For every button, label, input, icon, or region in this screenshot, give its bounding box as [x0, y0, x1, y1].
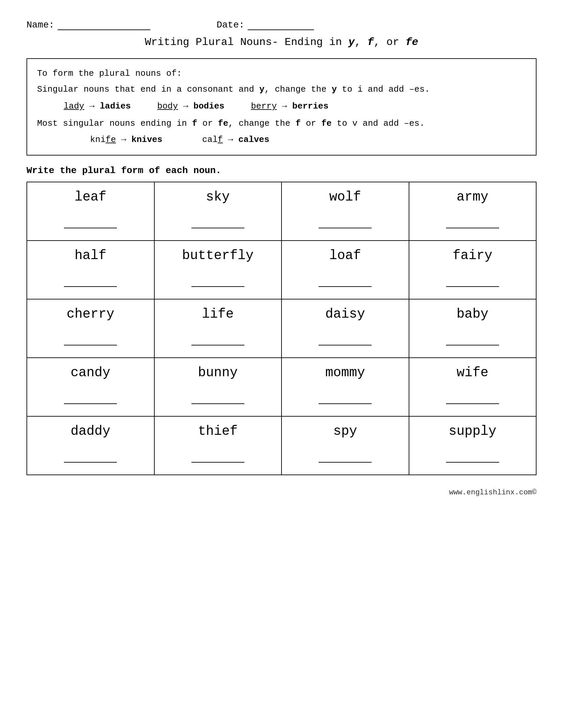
- noun-word: baby: [416, 307, 530, 322]
- table-cell: thief: [154, 416, 282, 475]
- noun-word: cherry: [34, 307, 147, 322]
- answer-line: [191, 220, 244, 228]
- table-cell: spy: [282, 416, 409, 475]
- answer-line: [319, 338, 372, 345]
- rules-box: To form the plural nouns of: Singular no…: [26, 58, 537, 156]
- table-cell: daisy: [282, 299, 409, 358]
- table-cell: daddy: [27, 416, 154, 475]
- name-field: Name:: [26, 20, 150, 30]
- rule-line3: Most singular nouns ending in f or fe, c…: [37, 117, 526, 131]
- noun-word: army: [416, 190, 530, 205]
- rule-line1: To form the plural nouns of:: [37, 67, 526, 81]
- table-cell: life: [154, 299, 282, 358]
- date-label: Date:: [216, 20, 244, 30]
- example1: lady → ladies: [64, 100, 131, 114]
- table-cell: leaf: [27, 182, 154, 241]
- noun-word: daisy: [289, 307, 402, 322]
- noun-word: supply: [416, 424, 530, 439]
- footer: www.englishlinx.com©: [26, 488, 537, 497]
- table-row: candybunnymommywife: [27, 358, 536, 416]
- noun-table: leafskywolfarmyhalfbutterflyloaffairyche…: [26, 182, 537, 475]
- answer-line: [446, 220, 499, 228]
- table-cell: butterfly: [154, 241, 282, 299]
- table-cell: fairy: [409, 241, 537, 299]
- answer-line: [319, 279, 372, 287]
- answer-line: [64, 396, 117, 404]
- example3: berry → berries: [251, 100, 329, 114]
- name-input-line: [58, 29, 150, 30]
- noun-word: half: [34, 248, 147, 263]
- noun-word: daddy: [34, 424, 147, 439]
- table-row: halfbutterflyloaffairy: [27, 241, 536, 299]
- title-italic-y: y: [349, 36, 355, 48]
- example4: knife → knives: [90, 133, 162, 147]
- rule-line2: Singular nouns that end in a consonant a…: [37, 83, 526, 97]
- answer-line: [319, 455, 372, 463]
- answer-line: [64, 455, 117, 463]
- table-cell: candy: [27, 358, 154, 416]
- table-row: cherrylifedaisybaby: [27, 299, 536, 358]
- header: Name: Date:: [26, 20, 537, 30]
- table-cell: army: [409, 182, 537, 241]
- answer-line: [64, 220, 117, 228]
- example5: calf → calves: [202, 133, 269, 147]
- table-cell: half: [27, 241, 154, 299]
- table-cell: baby: [409, 299, 537, 358]
- noun-word: wife: [416, 365, 530, 380]
- date-field: Date:: [216, 20, 314, 30]
- examples-row1: lady → ladies body → bodies berry → berr…: [64, 100, 526, 114]
- answer-line: [191, 338, 244, 345]
- noun-word: wolf: [289, 190, 402, 205]
- answer-line: [319, 220, 372, 228]
- instruction: Write the plural form of each noun.: [26, 165, 537, 176]
- noun-word: sky: [161, 190, 275, 205]
- example2: body → bodies: [157, 100, 224, 114]
- name-label: Name:: [26, 20, 54, 30]
- noun-word: life: [161, 307, 275, 322]
- answer-line: [446, 279, 499, 287]
- table-cell: wolf: [282, 182, 409, 241]
- table-cell: cherry: [27, 299, 154, 358]
- answer-line: [64, 338, 117, 345]
- noun-word: leaf: [34, 190, 147, 205]
- noun-word: bunny: [161, 365, 275, 380]
- table-cell: bunny: [154, 358, 282, 416]
- noun-word: fairy: [416, 248, 530, 263]
- noun-word: butterfly: [161, 248, 275, 263]
- table-cell: loaf: [282, 241, 409, 299]
- answer-line: [319, 396, 372, 404]
- table-row: daddythiefspysupply: [27, 416, 536, 475]
- table-cell: wife: [409, 358, 537, 416]
- noun-word: mommy: [289, 365, 402, 380]
- table-cell: mommy: [282, 358, 409, 416]
- answer-line: [446, 338, 499, 345]
- answer-line: [191, 279, 244, 287]
- table-cell: sky: [154, 182, 282, 241]
- title-italic-fe: fe: [405, 36, 418, 48]
- answer-line: [446, 455, 499, 463]
- date-input-line: [248, 29, 314, 30]
- noun-word: candy: [34, 365, 147, 380]
- examples-row2: knife → knives calf → calves: [90, 133, 526, 147]
- noun-word: spy: [289, 424, 402, 439]
- noun-word: loaf: [289, 248, 402, 263]
- answer-line: [191, 396, 244, 404]
- answer-line: [64, 279, 117, 287]
- title-italic-f: f: [367, 36, 374, 48]
- answer-line: [446, 396, 499, 404]
- page-title: Writing Plural Nouns- Ending in y, f, or…: [26, 36, 537, 48]
- table-cell: supply: [409, 416, 537, 475]
- answer-line: [191, 455, 244, 463]
- noun-word: thief: [161, 424, 275, 439]
- table-row: leafskywolfarmy: [27, 182, 536, 241]
